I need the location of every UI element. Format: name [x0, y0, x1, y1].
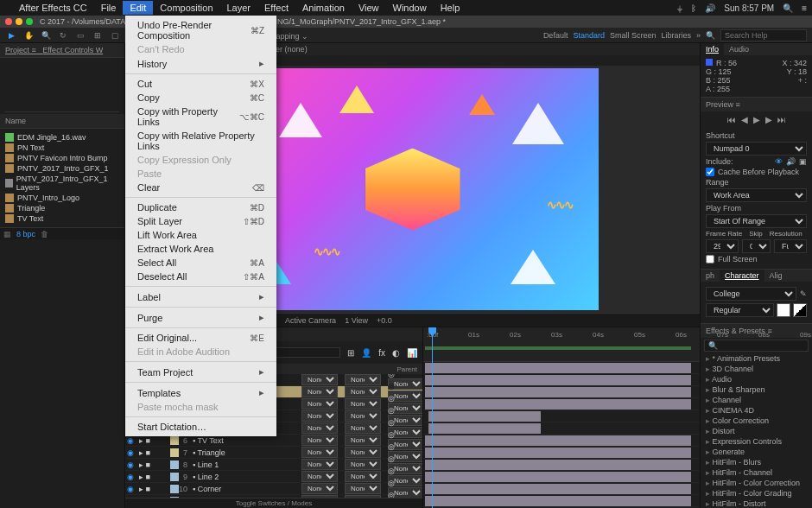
ep-category[interactable]: HitFilm - Distort	[704, 498, 809, 508]
shy-icon[interactable]: 👤	[361, 348, 371, 358]
track[interactable]	[423, 362, 700, 374]
exposure[interactable]: +0.0	[377, 316, 392, 325]
edit-menu-item[interactable]: Lift Work Area	[125, 228, 276, 242]
edit-menu-item[interactable]: History▸	[125, 56, 276, 71]
project-item[interactable]: PN Text	[2, 143, 123, 153]
layer-row[interactable]: ◉▸ ■7▪ TriangleNoneNone◎ None	[125, 447, 422, 459]
eye-icon[interactable]: 👁	[775, 157, 783, 166]
fullscreen-checkbox[interactable]	[706, 255, 714, 264]
edit-menu-item[interactable]: Edit Original...⌘E	[125, 331, 276, 345]
edit-menu-item[interactable]: Deselect All⇧⌘A	[125, 270, 276, 283]
search-help-input[interactable]	[720, 29, 807, 41]
ep-category[interactable]: HitFilm - Color Grading	[704, 488, 809, 498]
ep-search[interactable]	[704, 340, 809, 352]
menu-animation[interactable]: Animation	[295, 1, 352, 15]
project-item[interactable]: PNTV_2017_Intro_GFX_1 Layers	[2, 174, 123, 193]
skip-dropdown[interactable]: 0	[742, 239, 771, 253]
edit-menu-item[interactable]: Start Dictation…	[125, 420, 276, 434]
menu-help[interactable]: Help	[434, 1, 467, 15]
interp-icon[interactable]: ▦	[3, 230, 11, 238]
edit-menu-item[interactable]: Copy with Relative Property Links	[125, 129, 276, 153]
stroke-swatch[interactable]	[793, 303, 807, 317]
edit-menu-item[interactable]: Split Layer⇧⌘D	[125, 214, 276, 228]
track[interactable]	[423, 422, 700, 435]
preview-tab[interactable]: Preview ≡	[701, 98, 812, 111]
edit-menu-item[interactable]: Label▸	[125, 289, 276, 304]
project-item[interactable]: PNTV_Intro_Logo	[2, 193, 123, 203]
ep-category[interactable]: Blur & Sharpen	[704, 384, 809, 395]
track[interactable]	[423, 398, 700, 410]
edit-menu-item[interactable]: Duplicate⌘D	[125, 200, 276, 214]
character-tab[interactable]: Character	[720, 270, 764, 282]
mb-icon[interactable]: ◐	[392, 348, 400, 358]
bpc-button[interactable]: 8 bpc	[16, 230, 35, 238]
edit-menu-item[interactable]: Cut⌘X	[125, 77, 276, 91]
audio-tab[interactable]: Audio	[724, 43, 754, 55]
layer-row[interactable]: ◉▸ ■10▪ CornerNoneNone◎ None	[125, 483, 422, 495]
ws-standard[interactable]: Standard	[573, 31, 605, 40]
project-item[interactable]: Triangle	[2, 203, 123, 213]
edit-menu-item[interactable]: Extract Work Area	[125, 242, 276, 256]
playhead[interactable]	[432, 327, 433, 508]
min-btn[interactable]	[16, 18, 22, 25]
eyedropper-icon[interactable]: ✎	[800, 289, 807, 298]
views-dropdown[interactable]: 1 View	[345, 316, 368, 325]
menu-composition[interactable]: Composition	[153, 1, 219, 15]
fx-icon[interactable]: fx	[378, 348, 385, 358]
shortcut-dropdown[interactable]: Numpad 0	[706, 142, 807, 156]
ep-category[interactable]: * Animation Presets	[704, 353, 809, 364]
trash-icon[interactable]: 🗑	[41, 230, 48, 238]
time-ruler[interactable]: :00f01s02s03s04s05s06s07s08s09s	[423, 327, 700, 341]
edit-menu-item[interactable]: Copy⌘C	[125, 91, 276, 105]
track[interactable]	[423, 495, 700, 507]
bt-icon[interactable]: ᛒ	[691, 3, 696, 13]
max-btn[interactable]	[26, 18, 33, 25]
selection-tool-icon[interactable]: ▶	[5, 29, 17, 41]
edit-menu-item[interactable]: Team Project▸	[125, 365, 276, 379]
edit-menu-item[interactable]: Templates▸	[125, 385, 276, 400]
effect-controls-tab[interactable]: Effect Controls W	[42, 46, 103, 54]
layer-row[interactable]: ◉▸ ■9▪ Line 2NoneNone◎ None	[125, 471, 422, 483]
project-item[interactable]: TV Text	[2, 213, 123, 224]
para-tab[interactable]: ph	[701, 270, 720, 282]
shape-tool-icon[interactable]: ▢	[109, 29, 121, 41]
track[interactable]	[423, 410, 700, 422]
menu-view[interactable]: View	[352, 1, 386, 15]
font-dropdown[interactable]: College	[706, 287, 796, 301]
graph-icon[interactable]: 📊	[407, 348, 417, 358]
ep-category[interactable]: 3D Channel	[704, 364, 809, 374]
menu-layer[interactable]: Layer	[220, 1, 258, 15]
track[interactable]	[423, 447, 700, 459]
spotlight-icon[interactable]: 🔍	[783, 3, 793, 13]
layer-row[interactable]: ◉▸ ■8▪ Line 1NoneNone◎ None	[125, 459, 422, 471]
play-icon[interactable]: ▶	[753, 115, 760, 124]
ep-category[interactable]: HitFilm - Blurs	[704, 457, 809, 467]
ep-category[interactable]: HitFilm - Channel	[704, 467, 809, 478]
next-frame-icon[interactable]: ▶	[765, 115, 772, 124]
menu-app[interactable]: After Effects CC	[12, 1, 94, 15]
clock[interactable]: Sun 8:57 PM	[724, 3, 774, 13]
ep-category[interactable]: Channel	[704, 395, 809, 405]
wifi-icon[interactable]: ⏚	[677, 3, 682, 13]
align-tab[interactable]: Alig	[764, 270, 788, 282]
speaker-icon[interactable]: 🔊	[786, 157, 796, 166]
project-item[interactable]: EDM Jingle_16.wav	[2, 132, 123, 143]
layer-row[interactable]: ◉▸ ■6▪ TV TextNoneNone◎ None	[125, 435, 422, 447]
ep-category[interactable]: HitFilm - Color Correction	[704, 478, 809, 488]
rotate-tool-icon[interactable]: ↻	[57, 29, 69, 41]
ep-category[interactable]: Generate	[704, 447, 809, 457]
fill-swatch[interactable]	[777, 303, 790, 317]
pan-behind-icon[interactable]: ⊞	[92, 29, 104, 41]
ep-category[interactable]: CINEMA 4D	[704, 405, 809, 416]
edit-menu-item[interactable]: Copy with Property Links⌥⌘C	[125, 105, 276, 129]
camera-tool-icon[interactable]: ▭	[74, 29, 86, 41]
fr-dropdown[interactable]: 29.97	[706, 239, 739, 253]
ep-category[interactable]: Expression Controls	[704, 436, 809, 447]
ws-small[interactable]: Small Screen	[610, 31, 657, 40]
ep-category[interactable]: Color Correction	[704, 416, 809, 426]
ws-more-icon[interactable]: »	[696, 31, 701, 40]
prev-frame-icon[interactable]: ◀	[741, 115, 748, 124]
track[interactable]	[423, 435, 700, 447]
toggle-switches[interactable]: Toggle Switches / Modes	[125, 498, 422, 508]
ws-default[interactable]: Default	[543, 31, 568, 40]
